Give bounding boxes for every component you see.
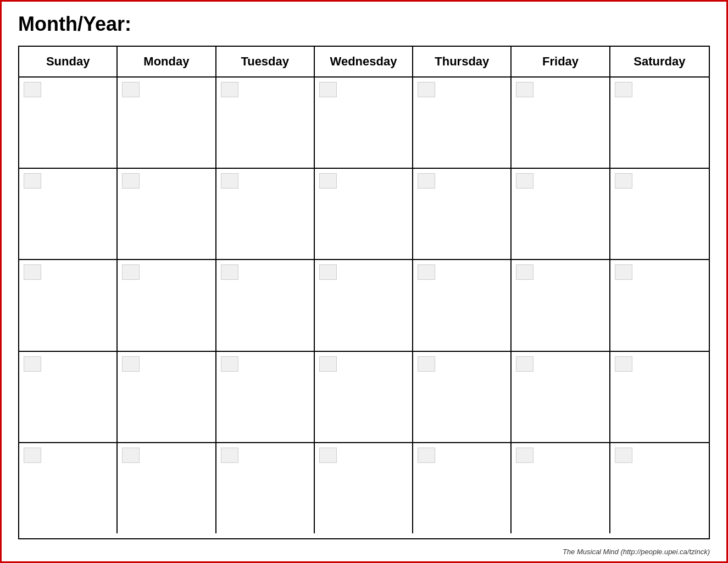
header-saturday: Saturday <box>610 47 709 76</box>
date-box <box>319 173 337 189</box>
date-box <box>122 264 140 280</box>
calendar-cell <box>315 260 413 350</box>
calendar-cell <box>315 169 413 259</box>
header-sunday: Sunday <box>19 47 118 76</box>
month-year-label: Month/Year: <box>18 13 710 36</box>
date-box <box>24 82 41 97</box>
calendar-cell <box>19 78 118 168</box>
header-monday: Monday <box>118 47 216 76</box>
date-box <box>418 82 435 97</box>
date-box <box>221 264 238 280</box>
date-box <box>516 356 534 372</box>
calendar-container: Sunday Monday Tuesday Wednesday Thursday… <box>18 46 710 539</box>
calendar-row <box>19 443 709 533</box>
calendar-cell <box>216 352 315 442</box>
date-box <box>24 448 41 463</box>
calendar-cell <box>19 260 118 350</box>
calendar-cell <box>512 78 610 168</box>
calendar-cell <box>216 260 315 350</box>
header-thursday: Thursday <box>413 47 512 76</box>
calendar-body <box>19 78 709 533</box>
date-box <box>319 264 337 280</box>
calendar-header: Sunday Monday Tuesday Wednesday Thursday… <box>19 47 709 78</box>
calendar-cell <box>315 352 413 442</box>
date-box <box>221 448 238 463</box>
date-box <box>615 356 632 372</box>
calendar-cell <box>610 78 709 168</box>
date-box <box>221 82 238 97</box>
date-box <box>615 264 632 280</box>
calendar-row <box>19 78 709 169</box>
header-tuesday: Tuesday <box>216 47 315 76</box>
calendar-cell <box>610 260 709 350</box>
date-box <box>418 173 435 189</box>
date-box <box>319 448 337 463</box>
date-box <box>221 356 238 372</box>
calendar-cell <box>216 443 315 533</box>
date-box <box>221 173 238 189</box>
calendar-cell <box>315 78 413 168</box>
date-box <box>418 264 435 280</box>
calendar-cell <box>413 78 512 168</box>
calendar-cell <box>610 443 709 533</box>
calendar-row <box>19 352 709 443</box>
calendar-cell <box>315 443 413 533</box>
date-box <box>122 173 140 189</box>
calendar-cell <box>512 443 610 533</box>
date-box <box>122 448 140 463</box>
calendar-cell <box>118 443 216 533</box>
date-box <box>615 82 632 97</box>
header-wednesday: Wednesday <box>315 47 413 76</box>
header-friday: Friday <box>512 47 610 76</box>
calendar-cell <box>118 352 216 442</box>
calendar-cell <box>610 169 709 259</box>
date-box <box>122 82 140 97</box>
date-box <box>516 82 534 97</box>
date-box <box>418 356 435 372</box>
calendar-cell <box>118 169 216 259</box>
calendar-cell <box>216 78 315 168</box>
date-box <box>516 448 534 463</box>
calendar-cell <box>413 443 512 533</box>
date-box <box>418 448 435 463</box>
calendar-cell <box>512 352 610 442</box>
calendar-cell <box>413 352 512 442</box>
calendar-row <box>19 260 709 351</box>
calendar-row <box>19 169 709 260</box>
calendar-cell <box>19 443 118 533</box>
date-box <box>24 356 41 372</box>
calendar-cell <box>413 260 512 350</box>
date-box <box>516 173 534 189</box>
calendar-cell <box>413 169 512 259</box>
date-box <box>319 356 337 372</box>
calendar-cell <box>118 260 216 350</box>
date-box <box>122 356 140 372</box>
page-wrapper: Month/Year: Sunday Monday Tuesday Wednes… <box>0 0 728 563</box>
date-box <box>24 173 41 189</box>
date-box <box>319 82 337 97</box>
date-box <box>615 173 632 189</box>
calendar-cell <box>610 352 709 442</box>
calendar-cell <box>118 78 216 168</box>
calendar-cell <box>19 352 118 442</box>
date-box <box>516 264 534 280</box>
calendar-cell <box>19 169 118 259</box>
calendar-cell <box>512 169 610 259</box>
calendar-cell <box>216 169 315 259</box>
footer-credit: The Musical Mind (http://people.upei.ca/… <box>563 548 710 556</box>
date-box <box>24 264 41 280</box>
calendar-cell <box>512 260 610 350</box>
date-box <box>615 448 632 463</box>
